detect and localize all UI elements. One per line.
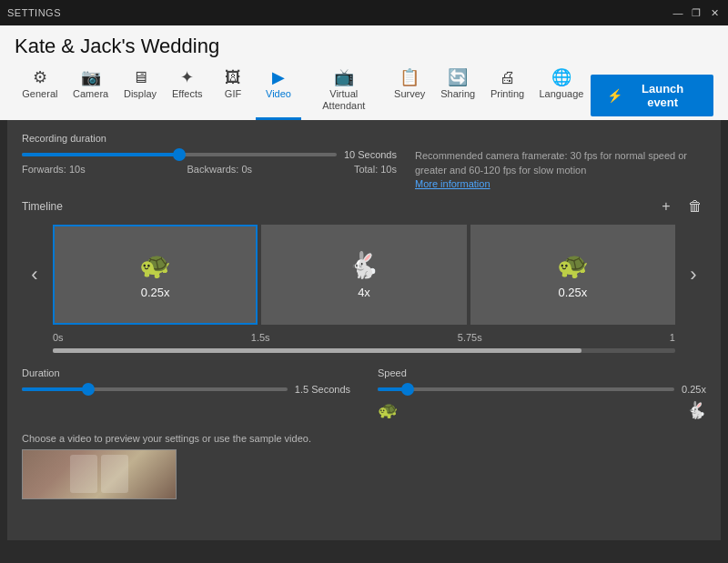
recording-slider-fill <box>22 153 179 156</box>
ruler-mark-1: 1.5s <box>251 332 270 343</box>
backwards-info: Backwards: 0s <box>187 164 253 175</box>
main-content: Recording duration 10 Seconds Forwards: … <box>7 120 721 540</box>
ruler-mark-2: 5.75s <box>458 332 482 343</box>
recording-slider-track[interactable] <box>22 153 337 156</box>
speed-value-2: 4x <box>358 286 370 299</box>
carousel-items: 🐢 0.25x 🐇 4x 🐢 0.25x <box>53 225 675 325</box>
nav-item-video[interactable]: ▶ Video <box>256 65 301 120</box>
rec-info-text: Recommended camera framerate: 30 fps for… <box>415 149 706 177</box>
person-shape-1 <box>70 455 97 493</box>
nav-item-camera[interactable]: 📷 Camera <box>66 65 116 120</box>
nav-item-effects[interactable]: ✦ Effects <box>164 65 210 120</box>
language-nav-label: Language <box>539 88 583 100</box>
nav-bar: ⚙ General 📷 Camera 🖥 Display ✦ Effects 🖼… <box>15 65 713 120</box>
speed-slider-track[interactable] <box>378 387 674 391</box>
turtle-icon-speed: 🐢 <box>378 400 398 420</box>
maximize-button[interactable]: ❐ <box>690 6 703 19</box>
speed-value-1: 0.25x <box>141 286 170 299</box>
recording-value: 10 Seconds <box>344 149 397 160</box>
nav-item-language[interactable]: 🌐 Language <box>532 65 592 120</box>
timeline-actions: + 🗑 <box>655 196 706 217</box>
fast-speed-icon-2: 🐇 <box>348 250 379 280</box>
video-people <box>70 455 128 493</box>
nav-item-printing[interactable]: 🖨 Printing <box>482 65 531 120</box>
controls-row: Duration 1.5 Seconds Speed 0.25x 🐢 <box>22 367 706 420</box>
app-title: Kate & Jack's Wedding <box>15 35 713 58</box>
titlebar-title: SETTINGS <box>7 7 61 18</box>
general-nav-icon: ⚙ <box>33 69 47 85</box>
duration-label: Duration <box>22 367 350 378</box>
add-segment-button[interactable]: + <box>655 196 677 217</box>
recording-label: Recording duration <box>22 133 706 144</box>
ruler-mark-3: 1 <box>670 332 675 343</box>
nav-item-general[interactable]: ⚙ General <box>15 65 66 120</box>
trash-icon: 🗑 <box>688 198 703 215</box>
timeline-item-1[interactable]: 🐢 0.25x <box>53 225 258 325</box>
survey-nav-label: Survey <box>394 88 425 100</box>
recording-slider-thumb[interactable] <box>173 148 186 161</box>
header: Kate & Jack's Wedding ⚙ General 📷 Camera… <box>0 25 728 120</box>
carousel-next-button[interactable]: › <box>681 263 706 287</box>
slow-speed-icon-3: 🐢 <box>557 250 589 280</box>
language-nav-icon: 🌐 <box>551 69 571 85</box>
nav-item-display[interactable]: 🖥 Display <box>116 65 165 120</box>
rabbit-icon-speed: 🐇 <box>686 400 706 420</box>
timeline-item-2[interactable]: 🐇 4x <box>261 225 466 325</box>
display-nav-icon: 🖥 <box>132 69 148 85</box>
minimize-button[interactable]: — <box>672 6 684 19</box>
duration-slider-thumb[interactable] <box>82 383 95 396</box>
virtual-nav-icon: 📺 <box>334 69 354 85</box>
timeline-label: Timeline <box>22 200 63 213</box>
gif-nav-icon: 🖼 <box>225 69 241 85</box>
printing-nav-label: Printing <box>490 88 524 100</box>
nav-item-sharing[interactable]: 🔄 Sharing <box>433 65 483 120</box>
timeline-progress-bar[interactable] <box>22 348 706 353</box>
titlebar-controls: — ❐ ✕ <box>672 6 721 19</box>
speed-value: 0.25x <box>682 384 706 395</box>
timeline-item-3[interactable]: 🐢 0.25x <box>470 225 675 325</box>
duration-value: 1.5 Seconds <box>295 384 350 395</box>
speed-slider-thumb[interactable] <box>401 383 414 396</box>
launch-event-button[interactable]: ⚡ Launch event <box>591 75 713 116</box>
display-nav-label: Display <box>124 88 157 100</box>
speed-value-3: 0.25x <box>558 286 587 299</box>
launch-event-label: Launch event <box>628 82 697 109</box>
delete-segment-button[interactable]: 🗑 <box>684 196 706 217</box>
carousel-prev-button[interactable]: ‹ <box>22 263 47 287</box>
timeline-ruler: 0s 1.5s 5.75s 1 <box>22 332 706 343</box>
sharing-nav-label: Sharing <box>440 88 475 100</box>
lightning-icon: ⚡ <box>607 88 622 103</box>
nav-item-gif[interactable]: 🖼 GIF <box>210 65 256 120</box>
effects-nav-icon: ✦ <box>180 69 194 85</box>
virtual-nav-label: Virtual Attendant <box>310 88 378 112</box>
video-thumbnail[interactable] <box>22 449 177 499</box>
sharing-nav-icon: 🔄 <box>448 69 468 85</box>
sample-video-section: Choose a video to preview your settings … <box>22 433 706 499</box>
timeline-section: Timeline + 🗑 ‹ 🐢 0.25x 🐇 4x <box>22 196 706 353</box>
total-info: Total: 10s <box>354 164 397 175</box>
nav-item-survey[interactable]: 📋 Survey <box>387 65 433 120</box>
titlebar: SETTINGS — ❐ ✕ <box>0 0 728 25</box>
general-nav-label: General <box>22 88 57 100</box>
ruler-mark-0: 0s <box>53 332 64 343</box>
duration-slider-fill <box>22 387 88 391</box>
person-shape-2 <box>101 455 128 493</box>
progress-bar-fill <box>53 348 581 353</box>
slow-speed-icon-1: 🐢 <box>139 250 171 280</box>
recording-section: Recording duration 10 Seconds Forwards: … <box>22 133 706 191</box>
progress-bar-track <box>53 348 675 353</box>
more-info-link[interactable]: More information <box>415 178 490 189</box>
forwards-info: Forwards: 10s <box>22 164 86 175</box>
close-button[interactable]: ✕ <box>708 6 721 19</box>
video-thumb-inner <box>23 450 176 498</box>
effects-nav-label: Effects <box>172 88 202 100</box>
duration-control: Duration 1.5 Seconds <box>22 367 350 420</box>
timeline-carousel: ‹ 🐢 0.25x 🐇 4x 🐢 0.25x › <box>22 225 706 325</box>
nav-items: ⚙ General 📷 Camera 🖥 Display ✦ Effects 🖼… <box>15 65 591 120</box>
survey-nav-icon: 📋 <box>399 69 420 85</box>
nav-item-virtual[interactable]: 📺 Virtual Attendant <box>301 65 387 120</box>
duration-slider-track[interactable] <box>22 387 288 391</box>
gif-nav-label: GIF <box>225 88 241 100</box>
rec-info: Recommended camera framerate: 30 fps for… <box>415 149 706 191</box>
camera-nav-label: Camera <box>73 88 108 100</box>
